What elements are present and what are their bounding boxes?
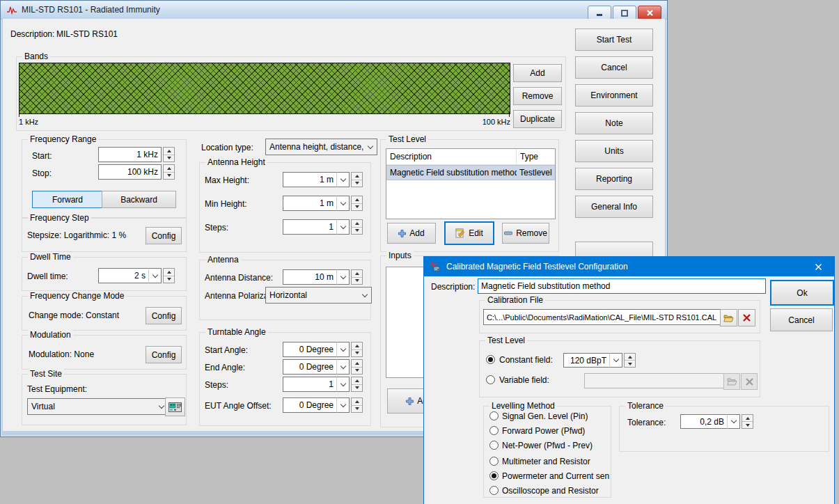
start-angle-value[interactable]: 0 Degree bbox=[283, 342, 337, 357]
end-angle-dropdown[interactable] bbox=[336, 359, 350, 375]
dialog-cancel-button[interactable]: Cancel bbox=[770, 308, 833, 331]
option-powermeter-current-sensor[interactable]: Powermeter and Current sen bbox=[502, 471, 609, 481]
test-level-add-button[interactable]: Add bbox=[387, 223, 436, 244]
height-steps-dropdown[interactable] bbox=[336, 219, 350, 235]
minimize-button[interactable] bbox=[588, 6, 611, 20]
calibration-file-browse-button[interactable] bbox=[720, 309, 737, 326]
start-angle-spinner[interactable] bbox=[351, 342, 363, 357]
eut-angle-offset-spinner[interactable] bbox=[351, 397, 363, 413]
end-angle-value[interactable]: 0 Degree bbox=[283, 359, 337, 375]
option-multimeter-resistor[interactable]: Multimeter and Resistor bbox=[502, 457, 590, 466]
antenna-distance-value[interactable]: 10 m bbox=[283, 269, 337, 285]
backward-button[interactable]: Backward bbox=[102, 191, 176, 208]
dwell-time-spinner[interactable] bbox=[163, 268, 175, 283]
radio-oscilloscope-resistor[interactable] bbox=[489, 486, 499, 495]
freq-start-value[interactable]: 1 kHz bbox=[98, 147, 162, 162]
freq-start-spinner[interactable] bbox=[163, 147, 175, 162]
frequency-step-config-button[interactable]: Config bbox=[146, 227, 182, 244]
bands-bar[interactable] bbox=[19, 63, 510, 114]
min-height-spinner[interactable] bbox=[351, 196, 363, 211]
main-titlebar[interactable]: MIL-STD RS101 - Radiated Immunity bbox=[1, 1, 667, 19]
dialog-close-button[interactable] bbox=[803, 257, 834, 276]
turntable-steps-field[interactable]: 1 bbox=[283, 377, 363, 392]
test-level-table[interactable]: Description Type Magnetic Field substitu… bbox=[386, 148, 556, 219]
max-height-spinner[interactable] bbox=[351, 172, 363, 187]
end-angle-field[interactable]: 0 Degree bbox=[283, 359, 363, 375]
tolerance-value[interactable]: 0,2 dB bbox=[680, 414, 728, 429]
maximize-button[interactable] bbox=[613, 6, 636, 20]
modulation-config-button[interactable]: Config bbox=[146, 346, 182, 363]
dwell-time-field[interactable]: 2 s bbox=[98, 268, 175, 283]
antenna-distance-field[interactable]: 10 m bbox=[283, 269, 363, 285]
radio-net-power[interactable] bbox=[489, 441, 499, 450]
freq-stop-field[interactable]: 100 kHz bbox=[98, 164, 175, 180]
eut-angle-offset-value[interactable]: 0 Degree bbox=[283, 397, 337, 413]
reporting-button[interactable]: Reporting bbox=[575, 168, 653, 190]
test-level-edit-button[interactable]: Edit bbox=[444, 221, 494, 245]
constant-field-spinner[interactable] bbox=[624, 353, 636, 368]
eut-angle-offset-field[interactable]: 0 Degree bbox=[283, 397, 363, 413]
min-height-field[interactable]: 1 m bbox=[283, 196, 363, 211]
freq-stop-spinner[interactable] bbox=[163, 164, 175, 180]
start-angle-dropdown[interactable] bbox=[336, 342, 350, 357]
constant-field-combo[interactable]: 120 dBpT bbox=[563, 353, 636, 368]
option-net-power[interactable]: Net-Power (Pfwd - Prev) bbox=[502, 441, 593, 450]
radio-forward-power[interactable] bbox=[489, 426, 499, 435]
min-height-dropdown[interactable] bbox=[336, 196, 350, 211]
turntable-steps-value[interactable]: 1 bbox=[283, 377, 337, 392]
cancel-button[interactable]: Cancel bbox=[575, 56, 653, 79]
note-button[interactable]: Note bbox=[575, 112, 653, 134]
ok-button[interactable]: Ok bbox=[770, 280, 834, 306]
height-steps-value[interactable]: 1 bbox=[283, 219, 337, 235]
test-equipment-dropdown[interactable]: Virtual bbox=[27, 398, 168, 415]
tolerance-spinner[interactable] bbox=[742, 414, 753, 429]
option-signal-gen-level[interactable]: Signal Gen. Level (Pin) bbox=[502, 411, 588, 421]
option-oscilloscope-resistor[interactable]: Oscilloscope and Resistor bbox=[502, 486, 599, 496]
option-forward-power[interactable]: Forward Power (Pfwd) bbox=[502, 426, 585, 436]
max-height-value[interactable]: 1 m bbox=[283, 172, 337, 187]
radio-signal-gen-level[interactable] bbox=[489, 411, 499, 420]
min-height-value[interactable]: 1 m bbox=[283, 196, 337, 211]
antenna-distance-spinner[interactable] bbox=[351, 269, 363, 285]
table-row[interactable]: Magnetic Field substitution method Testl… bbox=[386, 165, 555, 180]
column-description[interactable]: Description bbox=[386, 149, 517, 164]
tolerance-dropdown[interactable] bbox=[727, 414, 740, 429]
antenna-distance-dropdown[interactable] bbox=[336, 269, 350, 285]
turntable-steps-dropdown[interactable] bbox=[336, 377, 350, 392]
antenna-polarization-dropdown[interactable]: Horizontal bbox=[265, 287, 372, 304]
start-test-button[interactable]: Start Test bbox=[575, 29, 653, 51]
height-steps-field[interactable]: 1 bbox=[283, 219, 363, 235]
general-info-button[interactable]: General Info bbox=[575, 196, 653, 218]
column-type[interactable]: Type bbox=[517, 152, 555, 162]
constant-field-radio[interactable] bbox=[486, 355, 495, 364]
test-level-table-header[interactable]: Description Type bbox=[386, 149, 555, 165]
freq-stop-value[interactable]: 100 kHz bbox=[98, 164, 162, 180]
dwell-time-value[interactable]: 2 s bbox=[98, 268, 149, 283]
radio-powermeter-current-sensor[interactable] bbox=[489, 471, 499, 480]
test-level-remove-button[interactable]: Remove bbox=[502, 223, 549, 244]
calibration-file-path[interactable]: C:\...\Public\Documents\RadiMation\CAL_F… bbox=[483, 309, 721, 325]
max-height-field[interactable]: 1 m bbox=[283, 172, 363, 187]
dialog-description-input[interactable]: Magnetic Field substitution method bbox=[478, 278, 766, 294]
radio-multimeter-resistor[interactable] bbox=[489, 457, 499, 466]
freq-start-field[interactable]: 1 kHz bbox=[98, 147, 175, 162]
band-add-button[interactable]: Add bbox=[513, 64, 562, 82]
variable-field-radio[interactable] bbox=[486, 375, 495, 384]
calibration-file-clear-button[interactable] bbox=[738, 309, 755, 326]
constant-field-dropdown[interactable] bbox=[609, 353, 622, 368]
close-button[interactable] bbox=[638, 6, 661, 20]
units-button[interactable]: Units bbox=[575, 140, 653, 162]
eut-angle-offset-dropdown[interactable] bbox=[336, 397, 350, 413]
change-mode-config-button[interactable]: Config bbox=[146, 307, 182, 324]
test-equipment-config-button[interactable] bbox=[165, 397, 185, 416]
band-duplicate-button[interactable]: Duplicate bbox=[513, 110, 562, 128]
band-remove-button[interactable]: Remove bbox=[513, 87, 562, 105]
turntable-steps-spinner[interactable] bbox=[351, 377, 363, 392]
tolerance-field[interactable]: 0,2 dB bbox=[680, 414, 753, 429]
dialog-titlebar[interactable]: Calibrated Magnetic Field Testlevel Conf… bbox=[424, 257, 834, 276]
start-angle-field[interactable]: 0 Degree bbox=[283, 342, 363, 357]
environment-button[interactable]: Environment bbox=[575, 84, 653, 107]
dwell-time-dropdown[interactable] bbox=[148, 268, 162, 283]
constant-field-value[interactable]: 120 dBpT bbox=[563, 353, 610, 368]
forward-button[interactable]: Forward bbox=[32, 191, 103, 208]
